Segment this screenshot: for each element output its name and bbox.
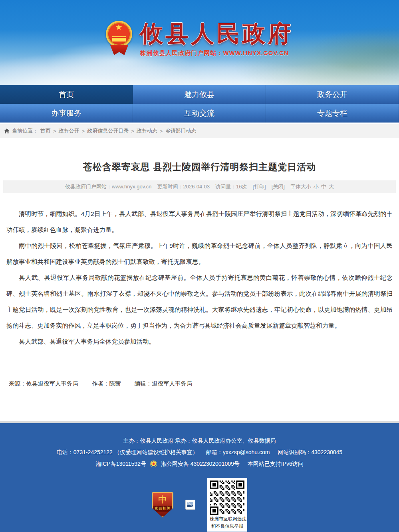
ipv6-label: 本网站已支持IPv6访问 bbox=[248, 461, 304, 467]
page-footer: 主办：攸县人民政府 承办：攸县人民政府办公室、攸县数据局 电话：0731-242… bbox=[0, 423, 399, 532]
breadcrumb-item-township-news[interactable]: 乡镇部门动态 bbox=[165, 127, 196, 134]
nav-item-charm[interactable]: 魅力攸县 bbox=[133, 85, 266, 104]
badge-label: 党政机关 bbox=[153, 506, 172, 512]
emblem-gate-icon bbox=[112, 36, 126, 42]
nav-item-home[interactable]: 首页 bbox=[0, 85, 133, 104]
article-paragraph: 雨中的烈士陵园，松柏苍翠挺拔，气氛庄严肃穆。上午9时许，巍峨的革命烈士纪念碑前，… bbox=[6, 238, 393, 270]
qr-caption-line1: 株洲市互联网违法 bbox=[210, 516, 245, 522]
breadcrumb-item-gov-news[interactable]: 政务动态 bbox=[137, 127, 157, 134]
article-source-line: 来源：攸县退役军人事务局 作者：陈茜 编辑：退役军人事务局 bbox=[0, 380, 399, 388]
footer-icons-row: 中 党政机关 株洲市互联网违法 和不良信息举报 bbox=[0, 478, 399, 532]
qr-caption-line2: 和不良信息举报 bbox=[210, 523, 245, 529]
print-button[interactable]: [打印] bbox=[252, 183, 266, 190]
article-body: 清明时节，细雨如织。4月2日上午，县人武部、县退役军人事务局在县烈士陵园庄严举行… bbox=[0, 193, 399, 350]
icp-license-link[interactable]: 湘ICP备13011592号 bbox=[95, 461, 146, 467]
article-container: 苍松含翠寄哀思 县烈士陵园举行清明祭扫主题党日活动 攸县政府门户网站：www.h… bbox=[0, 138, 399, 421]
article-paragraph: 县人武部、县退役军人事务局全体党员参加活动。 bbox=[6, 334, 393, 350]
breadcrumb-prefix: 当前位置： bbox=[12, 127, 38, 134]
nav-item-gov-open[interactable]: 政务公开 bbox=[266, 85, 399, 104]
emblem-ribbon-icon bbox=[110, 45, 129, 55]
meta-site: 攸县政府门户网站：www.hnyx.gov.cn bbox=[65, 183, 151, 190]
broken-image-icon[interactable] bbox=[185, 500, 195, 510]
site-banner: ★ 攸县人民政府 株洲攸县人民政府门户网站：WWW.HNYX.GOV.CN bbox=[0, 0, 399, 85]
site-subtitle: 株洲攸县人民政府门户网站：WWW.HNYX.GOV.CN bbox=[140, 49, 289, 57]
breadcrumb-separator: > bbox=[53, 128, 56, 134]
main-nav: 首页 魅力攸县 政务公开 办事服务 互动交流 专题专栏 bbox=[0, 85, 399, 123]
font-medium-button[interactable]: 中 bbox=[321, 183, 326, 190]
breadcrumb-item-gov-open[interactable]: 政务公开 bbox=[59, 127, 79, 134]
gov-agency-badge-icon[interactable]: 中 党政机关 bbox=[152, 492, 173, 518]
nav-item-interaction[interactable]: 互动交流 bbox=[133, 104, 266, 123]
nav-item-services[interactable]: 办事服务 bbox=[0, 104, 133, 123]
emblem-star-icon: ★ bbox=[115, 23, 123, 31]
editor-label: 编辑：退役军人事务局 bbox=[135, 380, 193, 388]
breadcrumb-separator: > bbox=[82, 128, 85, 134]
font-small-button[interactable]: 小 bbox=[314, 183, 319, 190]
font-large-button[interactable]: 大 bbox=[329, 183, 334, 190]
footer-email: 邮箱：yxxzsp@sohu.com bbox=[206, 449, 270, 455]
site-title: 攸县人民政府 bbox=[140, 21, 294, 46]
article-paragraph: 清明时节，细雨如织。4月2日上午，县人武部、县退役军人事务局在县烈士陵园庄严举行… bbox=[6, 206, 393, 238]
breadcrumb-item-info-catalog[interactable]: 政府信息公开目录 bbox=[87, 127, 129, 134]
meta-visits: 访问量：16次 bbox=[215, 183, 247, 190]
breadcrumb-separator: > bbox=[160, 128, 163, 134]
footer-site-id: 网站识别码：4302230045 bbox=[278, 449, 342, 455]
breadcrumb-separator: > bbox=[131, 128, 134, 134]
author-label: 作者：陈茜 bbox=[92, 380, 121, 388]
public-security-link[interactable]: 湘公网安备 43022302001009号 bbox=[161, 461, 240, 467]
footer-icp-line: 湘ICP备13011592号湘公网安备 43022302001009号 本网站已… bbox=[0, 458, 399, 470]
breadcrumb-item-home[interactable]: 首页 bbox=[40, 127, 51, 134]
police-badge-icon bbox=[151, 461, 157, 467]
meta-updated: 更新时间：2026-04-03 bbox=[157, 183, 210, 190]
font-size-label: 字体大小 bbox=[290, 183, 311, 190]
footer-phone: 电话：0731-24252122 （仅受理网站建设维护相关事宜） bbox=[57, 449, 198, 455]
breadcrumb: 当前位置： 首页 > 政务公开 > 政府信息公开目录 > 政务动态 > 乡镇部门… bbox=[0, 124, 399, 138]
nav-item-special[interactable]: 专题专栏 bbox=[266, 104, 399, 123]
footer-contact-line: 电话：0731-24252122 （仅受理网站建设维护相关事宜） 邮箱：yxxz… bbox=[0, 447, 399, 458]
national-emblem-icon: ★ bbox=[106, 21, 133, 61]
qr-code-icon bbox=[210, 481, 244, 515]
report-qr-block[interactable]: 株洲市互联网违法 和不良信息举报 bbox=[207, 478, 247, 532]
footer-organizer-line: 主办：攸县人民政府 承办：攸县人民政府办公室、攸县数据局 bbox=[0, 435, 399, 447]
article-meta-bar: 攸县政府门户网站：www.hnyx.gov.cn 更新时间：2026-04-03… bbox=[3, 180, 396, 193]
close-button[interactable]: [关闭] bbox=[272, 183, 285, 190]
source-label: 来源：攸县退役军人事务局 bbox=[9, 380, 78, 388]
badge-emblem-icon: 中 bbox=[158, 494, 167, 506]
home-icon bbox=[4, 128, 10, 134]
article-paragraph: 县人武、县退役军人事务局敬献的花篮摆放在纪念碑基座前。全体人员手持寄托哀思的黄白… bbox=[6, 270, 393, 334]
article-title: 苍松含翠寄哀思 县烈士陵园举行清明祭扫主题党日活动 bbox=[0, 138, 399, 173]
